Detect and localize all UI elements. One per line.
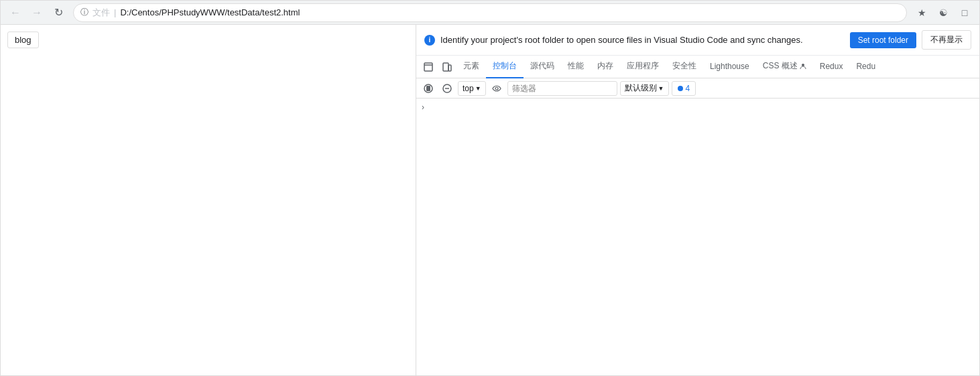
browser-content: blog i Identify your project's root fold… (1, 25, 979, 375)
svg-rect-6 (426, 86, 430, 91)
issues-dot-icon (678, 86, 683, 91)
browser-window: ← → ↻ ⓘ 文件 | D:/Centos/PHPstudyWWW/testD… (0, 0, 980, 376)
filter-input[interactable] (507, 81, 617, 96)
svg-point-4 (802, 64, 804, 66)
back-button[interactable]: ← (6, 3, 25, 22)
person-icon (800, 63, 806, 70)
tab-memory[interactable]: 内存 (591, 56, 620, 78)
info-bar: i Identify your project's root folder to… (416, 25, 979, 56)
inspect-icon[interactable] (419, 58, 438, 76)
console-content: › (416, 99, 979, 375)
issues-badge[interactable]: 4 (672, 81, 696, 96)
svg-rect-3 (448, 65, 451, 71)
svg-rect-0 (424, 63, 432, 71)
maximize-button[interactable]: □ (955, 3, 974, 22)
info-icon: ⓘ (80, 7, 88, 18)
tab-redux[interactable]: Redux (813, 56, 850, 78)
browser-titlebar: ← → ↻ ⓘ 文件 | D:/Centos/PHPstudyWWW/testD… (1, 1, 979, 25)
browser-toolbar-right: ★ ☯ □ (912, 3, 974, 22)
tab-redu2[interactable]: Redu (849, 56, 882, 78)
context-selector[interactable]: top ▼ (458, 81, 486, 96)
dismiss-button[interactable]: 不再显示 (922, 30, 971, 50)
blog-tab[interactable]: blog (7, 32, 39, 48)
tab-console[interactable]: 控制台 (486, 56, 524, 78)
devtools-tabs: 元素 控制台 源代码 性能 内存 应用程序 安全性 (416, 56, 979, 78)
tab-security[interactable]: 安全性 (666, 56, 703, 78)
issues-count: 4 (686, 84, 690, 93)
address-bar[interactable]: ⓘ 文件 | D:/Centos/PHPstudyWWW/testData/te… (73, 3, 907, 22)
tab-css-overview[interactable]: CSS 概述 (756, 56, 813, 78)
separator: | (114, 7, 116, 17)
tab-sources[interactable]: 源代码 (524, 56, 561, 78)
info-message: Identify your project's root folder to o… (440, 35, 845, 45)
log-level-selector[interactable]: 默认级别 ▼ (620, 81, 669, 96)
svg-rect-2 (443, 63, 448, 71)
forward-button[interactable]: → (27, 3, 46, 22)
device-icon[interactable] (438, 58, 456, 76)
filter-button[interactable] (439, 80, 455, 97)
level-dropdown-arrow-icon: ▼ (658, 85, 664, 92)
set-root-button[interactable]: Set root folder (850, 32, 916, 48)
context-label: top (463, 84, 474, 93)
console-expand-arrow[interactable]: › (422, 101, 974, 113)
bookmark-button[interactable]: ★ (912, 3, 931, 22)
reload-button[interactable]: ↻ (49, 3, 68, 22)
dropdown-arrow-icon: ▼ (475, 85, 481, 92)
devtools-panel: i Identify your project's root folder to… (416, 25, 979, 375)
extensions-button[interactable]: ☯ (934, 3, 953, 22)
tab-lighthouse[interactable]: Lighthouse (703, 56, 756, 78)
address-url: D:/Centos/PHPstudyWWW/testData/test2.htm… (120, 7, 300, 17)
tab-application[interactable]: 应用程序 (620, 56, 666, 78)
nav-buttons: ← → ↻ (6, 3, 68, 22)
tab-performance[interactable]: 性能 (561, 56, 591, 78)
address-separator: 文件 (93, 7, 110, 19)
eye-button[interactable] (489, 80, 505, 97)
console-toolbar: top ▼ 默认级别 ▼ 4 (416, 78, 979, 99)
svg-point-9 (495, 87, 498, 90)
level-label: 默认级别 (625, 82, 657, 94)
tab-elements[interactable]: 元素 (456, 56, 486, 78)
clear-console-button[interactable] (420, 80, 436, 97)
page-area: blog (1, 25, 416, 375)
info-circle-icon: i (424, 35, 435, 46)
